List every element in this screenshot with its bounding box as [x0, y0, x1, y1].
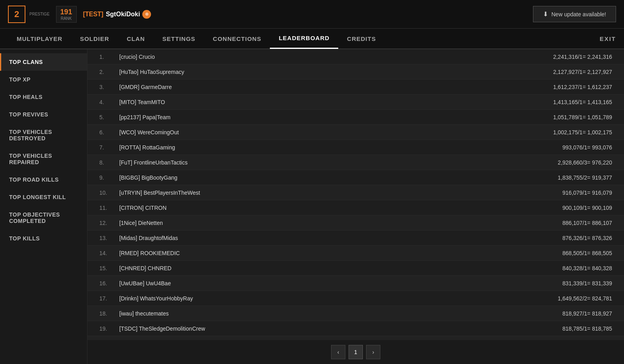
- username: SgtOkiDoki: [106, 11, 140, 18]
- clan-name-cell: [UwUBae] UwU4Bae: [119, 280, 562, 287]
- score-cell: 818,785/1= 818,785: [562, 325, 612, 332]
- nav-credits[interactable]: CREDITS: [338, 28, 385, 49]
- nav-multiplayer[interactable]: MULTIPLAYER: [8, 28, 71, 49]
- table-row[interactable]: 13.[Midas] DraughtofMidas876,326/1= 876,…: [87, 230, 624, 246]
- score-cell: 1,002,175/1= 1,002,175: [553, 129, 612, 136]
- score-cell: 818,927/1= 818,927: [562, 310, 612, 317]
- clan-name-cell: [iwau] thecutemates: [119, 310, 562, 317]
- sidebar: Top Clans Top XP Top Heals Top Revives T…: [0, 49, 87, 364]
- score-cell: 1,051,789/1= 1,051,789: [553, 114, 612, 120]
- topbar: 2 PRESTIGE 191 RANK [TEST] SgtOkiDoki ⊕ …: [0, 0, 624, 29]
- clan-name-cell: [CHNRED] CHNRED: [119, 265, 562, 271]
- table-row[interactable]: 9.[BIGBG] BigBootyGang1,838,755/2= 919,3…: [87, 170, 624, 185]
- update-label: New update available!: [551, 11, 606, 17]
- score-cell: 1,838,755/2= 919,377: [558, 174, 612, 181]
- rank-cell: 9.: [99, 174, 119, 181]
- table-row[interactable]: 11.[CITRON] CITRON900,109/1= 900,109: [87, 200, 624, 215]
- rank-cell: 4.: [99, 99, 119, 105]
- table-row[interactable]: 6.[WCO] WereComingOut1,002,175/1= 1,002,…: [87, 125, 624, 140]
- table-row[interactable]: 18.[iwau] thecutemates818,927/1= 818,927: [87, 306, 624, 321]
- score-cell: 840,328/1= 840,328: [562, 265, 612, 271]
- rank-cell: 12.: [99, 220, 119, 226]
- clan-name-cell: [crucio] Crucio: [119, 54, 553, 60]
- score-cell: 868,505/1= 868,505: [562, 250, 612, 256]
- nav-settings[interactable]: SETTINGS: [154, 28, 204, 49]
- score-cell: 1,649,562/2= 824,781: [558, 295, 612, 302]
- sidebar-item-top-kills[interactable]: Top Kills: [0, 230, 87, 247]
- table-row[interactable]: 16.[UwUBae] UwU4Bae831,339/1= 831,339: [87, 276, 624, 291]
- table-row[interactable]: 17.[Drinkn] WhatsYourHobbyRay1,649,562/2…: [87, 291, 624, 306]
- sidebar-item-top-heals[interactable]: Top Heals: [0, 88, 87, 106]
- clan-name-cell: [pp2137] Papa|Team: [119, 114, 553, 120]
- rank-cell: 6.: [99, 129, 119, 136]
- nav-soldier[interactable]: SOLDIER: [71, 28, 118, 49]
- clan-name-cell: [WCO] WereComingOut: [119, 129, 553, 136]
- score-cell: 2,241,316/1= 2,241,316: [553, 54, 612, 60]
- rank-cell: 1.: [99, 54, 119, 60]
- clan-name-cell: [1Nice] DieNetten: [119, 220, 562, 226]
- clan-name-cell: [TSDC] TheSledgeDemolitionCrew: [119, 325, 562, 332]
- table-row[interactable]: 19.[TSDC] TheSledgeDemolitionCrew818,785…: [87, 321, 624, 336]
- score-cell: 993,076/1= 993,076: [562, 144, 612, 151]
- table-row[interactable]: 5.[pp2137] Papa|Team1,051,789/1= 1,051,7…: [87, 110, 624, 125]
- rank-cell: 7.: [99, 144, 119, 151]
- table-row[interactable]: 10.[uTRYIN] BestPlayersInTheWest916,079/…: [87, 185, 624, 200]
- rank-value: 191: [60, 8, 72, 16]
- rank-cell: 3.: [99, 84, 119, 90]
- user-tag: [TEST]: [83, 11, 104, 18]
- table-row[interactable]: 7.[ROTTA] RottaGaming993,076/1= 993,076: [87, 140, 624, 155]
- sidebar-item-top-clans[interactable]: Top Clans: [0, 53, 87, 71]
- clan-name-cell: [uTRYIN] BestPlayersInTheWest: [119, 190, 562, 196]
- clan-name-cell: [BIGBG] BigBootyGang: [119, 174, 558, 181]
- rank-cell: 18.: [99, 310, 119, 317]
- sidebar-item-top-xp[interactable]: Top XP: [0, 71, 87, 88]
- score-cell: 900,109/1= 900,109: [562, 205, 612, 211]
- rank-cell: 15.: [99, 265, 119, 271]
- nav-exit[interactable]: EXIT: [600, 35, 616, 42]
- rank-cell: 19.: [99, 325, 119, 332]
- table-row[interactable]: 8.[FuT] FrontlineUrbanTactics2,928,660/3…: [87, 155, 624, 170]
- score-cell: 831,339/1= 831,339: [562, 280, 612, 287]
- sidebar-item-top-revives[interactable]: Top Revives: [0, 106, 87, 123]
- leaderboard-table: 1.[crucio] Crucio2,241,316/1= 2,241,3162…: [87, 49, 624, 340]
- table-row[interactable]: 2.[HuTao] HuTaoSupremacy2,127,927/1= 2,1…: [87, 64, 624, 79]
- nav: MULTIPLAYER SOLDIER CLAN SETTINGS CONNEC…: [0, 29, 624, 49]
- score-cell: 1,612,237/1= 1,612,237: [553, 84, 612, 90]
- nav-leaderboard[interactable]: LEADERBOARD: [270, 28, 338, 49]
- nav-clan[interactable]: CLAN: [118, 28, 154, 49]
- update-button[interactable]: ⬇ New update available!: [533, 6, 616, 22]
- score-cell: 2,127,927/1= 2,127,927: [553, 69, 612, 75]
- prestige-label: PRESTIGE: [29, 12, 50, 16]
- sidebar-item-top-objectives[interactable]: Top Objectives Completed: [0, 206, 87, 230]
- table-row[interactable]: 20.[REPETE] RepetePraVcVer788,321/1= 788…: [87, 336, 624, 340]
- clan-name-cell: [ROTTA] RottaGaming: [119, 144, 562, 151]
- table-row[interactable]: 14.[RMED] ROOKIEMEDIC868,505/1= 868,505: [87, 246, 624, 261]
- table-row[interactable]: 1.[crucio] Crucio2,241,316/1= 2,241,316: [87, 49, 624, 64]
- clan-name-cell: [FuT] FrontlineUrbanTactics: [119, 159, 558, 166]
- score-cell: 1,413,165/1= 1,413,165: [553, 99, 612, 105]
- table-row[interactable]: 15.[CHNRED] CHNRED840,328/1= 840,328: [87, 261, 624, 276]
- prestige-box: 2: [8, 6, 25, 23]
- clan-name-cell: [Midas] DraughtofMidas: [119, 235, 562, 241]
- sidebar-item-top-vehicles-destroyed[interactable]: Top Vehicles Destroyed: [0, 123, 87, 147]
- next-page-button[interactable]: ›: [366, 345, 380, 359]
- score-cell: 2,928,660/3= 976,220: [558, 159, 612, 166]
- table-row[interactable]: 3.[GMDR] GarmeDarre1,612,237/1= 1,612,23…: [87, 79, 624, 95]
- nav-connections[interactable]: CONNECTIONS: [204, 28, 270, 49]
- rank-cell: 16.: [99, 280, 119, 287]
- prev-page-button[interactable]: ‹: [331, 345, 345, 359]
- table-row[interactable]: 4.[MITO] TeamMITO1,413,165/1= 1,413,165: [87, 95, 624, 110]
- username-area: [TEST] SgtOkiDoki ⊕: [83, 10, 151, 19]
- prestige-value: 2: [14, 9, 19, 19]
- rank-cell: 17.: [99, 295, 119, 302]
- rank-cell: 11.: [99, 205, 119, 211]
- content-area: 1.[crucio] Crucio2,241,316/1= 2,241,3162…: [87, 49, 624, 364]
- table-row[interactable]: 12.[1Nice] DieNetten886,107/1= 886,107: [87, 215, 624, 230]
- origin-icon: ⊕: [142, 10, 151, 19]
- clan-name-cell: [MITO] TeamMITO: [119, 99, 553, 105]
- sidebar-item-top-road-kills[interactable]: Top Road Kills: [0, 171, 87, 188]
- score-cell: 886,107/1= 886,107: [562, 220, 612, 226]
- sidebar-item-top-vehicles-repaired[interactable]: Top Vehicles Repaired: [0, 147, 87, 171]
- rank-cell: 8.: [99, 159, 119, 166]
- sidebar-item-top-longest-kill[interactable]: Top Longest Kill: [0, 188, 87, 206]
